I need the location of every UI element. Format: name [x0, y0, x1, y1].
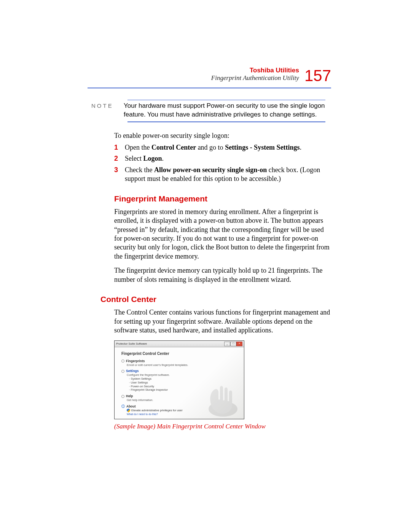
step-item: 3 Check the Allow power-on security sing… [114, 166, 331, 184]
section-heading-control-center: Control Center [100, 294, 331, 304]
collapse-icon [121, 395, 124, 398]
note-label: NOTE [88, 102, 124, 109]
info-icon: ⓘ [121, 404, 125, 409]
step-text: Check the Allow power-on security single… [125, 166, 331, 184]
text: and go to [196, 144, 225, 151]
panel-heading: Fingerprint Control Center [121, 351, 237, 356]
collapse-icon [121, 370, 124, 373]
page-number: 157 [304, 68, 331, 84]
bold-text: Control Center [151, 144, 196, 151]
window-titlebar: Protector Suite Software _ □ × [115, 341, 244, 347]
figure-block: Protector Suite Software _ □ × Fingerpri… [114, 340, 331, 431]
main-content: To enable power-on security single logon… [114, 131, 331, 431]
document-page: Toshiba Utilities Fingerprint Authentica… [0, 0, 411, 532]
bold-text: Settings - System Settings [225, 144, 300, 151]
close-button[interactable]: × [236, 342, 242, 346]
figure-caption: (Sample Image) Main Fingerprint Control … [114, 422, 331, 431]
window-buttons: _ □ × [224, 342, 242, 346]
header-rule [88, 88, 331, 88]
text: Select [125, 155, 143, 162]
window-title: Protector Suite Software [116, 342, 147, 346]
step-item: 1 Open the Control Center and go to Sett… [114, 143, 331, 152]
maximize-button[interactable]: □ [230, 342, 236, 346]
group-fingerprints: Fingerprints Enroll or edit current user… [121, 359, 237, 367]
hand-watermark-icon [191, 379, 241, 417]
window-body: Fingerprint Control Center Fingerprints … [115, 347, 244, 419]
step-number: 1 [114, 143, 125, 152]
minimize-button[interactable]: _ [224, 342, 230, 346]
collapse-icon [121, 359, 124, 363]
page-header: Toshiba Utilities Fingerprint Authentica… [88, 67, 331, 84]
section-name: Fingerprint Authentication Utility [211, 74, 299, 82]
bold-text: Logon [143, 155, 162, 162]
shield-icon [127, 409, 130, 412]
text: Check the [125, 166, 154, 174]
step-text: Select Logon. [125, 154, 331, 163]
note-block: NOTE Your hardware must support Power-on… [88, 102, 331, 119]
group-title[interactable]: Fingerprints [121, 359, 237, 363]
text: . [162, 155, 164, 162]
step-number: 2 [114, 154, 125, 163]
step-number: 3 [114, 166, 125, 184]
body-paragraph: Fingerprints are stored in memory during… [114, 208, 331, 261]
group-label: About [126, 404, 136, 409]
intro-line: To enable power-on security single logon… [114, 131, 331, 140]
body-paragraph: The fingerprint device memory can typica… [114, 266, 331, 284]
note-bottom-rule [127, 121, 325, 122]
bold-text: Allow power-on security single sign-on [154, 166, 267, 174]
text: . [300, 144, 302, 151]
elevate-text: Elevate administrative privileges for us… [131, 409, 183, 412]
step-text: Open the Control Center and go to Settin… [125, 143, 331, 152]
group-desc: Enroll or edit current user's fingerprin… [127, 363, 237, 367]
group-label: Fingerprints [126, 359, 145, 363]
header-text-block: Toshiba Utilities Fingerprint Authentica… [211, 67, 299, 84]
chapter-name: Toshiba Utilities [211, 67, 299, 74]
step-item: 2 Select Logon. [114, 154, 331, 163]
body-paragraph: The Control Center contains various func… [114, 308, 331, 335]
note-text: Your hardware must support Power-on secu… [124, 102, 331, 119]
group-title[interactable]: Settings [121, 369, 237, 373]
group-desc: Configure the fingerprint software. [127, 373, 237, 377]
embedded-screenshot: Protector Suite Software _ □ × Fingerpri… [114, 340, 244, 420]
section-heading-fingerprint-management: Fingerprint Management [114, 193, 331, 204]
text: Open the [125, 144, 151, 151]
group-label: Settings [126, 369, 139, 373]
group-label: Help [126, 394, 133, 398]
note-top-rule [127, 100, 325, 101]
steps-list: 1 Open the Control Center and go to Sett… [114, 143, 331, 184]
